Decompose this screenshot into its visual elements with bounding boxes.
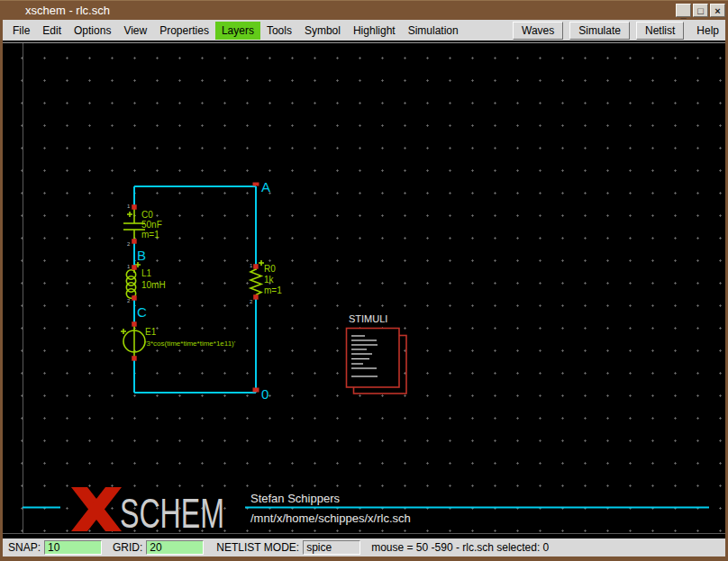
snap-label: SNAP:	[8, 541, 41, 554]
capacitor-pin1: 1	[127, 204, 131, 209]
waves-button[interactable]: Waves	[513, 22, 563, 40]
logo-text: SCHEM	[120, 490, 224, 537]
mouse-status: mouse = 50 -590 - rlc.sch selected: 0	[371, 541, 549, 554]
menu-file[interactable]: File	[6, 22, 36, 40]
resistor-value[interactable]: 1k	[264, 275, 275, 285]
capacitor-pin2: 2	[127, 241, 131, 247]
canvas-frame-lines	[3, 43, 725, 534]
menu-edit[interactable]: Edit	[36, 22, 68, 40]
capacitor-value[interactable]: 50nF	[141, 220, 162, 230]
resistor-mult[interactable]: m=1	[264, 285, 282, 295]
inductor-ref[interactable]: L1	[141, 268, 152, 278]
menu-help[interactable]: Help	[690, 22, 725, 40]
menu-view[interactable]: View	[117, 22, 153, 40]
inductor-pin1: 1	[127, 264, 131, 269]
node-label-a[interactable]: A	[261, 179, 270, 195]
resistor-ref[interactable]: R0	[264, 264, 276, 274]
stimuli-box	[347, 329, 400, 388]
source-symbol[interactable]	[121, 326, 145, 357]
menu-highlight[interactable]: Highlight	[347, 22, 402, 40]
inductor-value[interactable]: 10mH	[141, 280, 166, 290]
source-ref[interactable]: E1	[145, 327, 157, 337]
xschem-logo: SCHEM	[71, 487, 224, 537]
menu-symbol[interactable]: Symbol	[298, 22, 347, 40]
menu-simulation[interactable]: Simulation	[402, 22, 465, 40]
node-label-b[interactable]: B	[137, 248, 146, 263]
netlist-mode-label: NETLIST MODE:	[216, 541, 299, 554]
stimuli-symbol[interactable]: STIMULI	[347, 313, 407, 394]
schematic-canvas[interactable]: C0 50nF m=1 1 2 L1 10mH 1 2	[3, 41, 725, 538]
minimize-icon: _	[680, 9, 686, 18]
menu-tools[interactable]: Tools	[260, 22, 298, 40]
maximize-button[interactable]: □	[693, 4, 708, 17]
window-title: xschem - rlc.sch	[25, 4, 110, 17]
menu-properties[interactable]: Properties	[153, 22, 215, 40]
capacitor-mult[interactable]: m=1	[141, 230, 159, 240]
close-icon: ×	[714, 6, 720, 15]
title-bar[interactable]: xschem - rlc.sch _ □ ×	[0, 0, 728, 20]
inductor-pin2: 2	[127, 298, 131, 303]
stimuli-label: STIMULI	[349, 313, 387, 324]
menu-options[interactable]: Options	[68, 22, 117, 40]
status-bar: SNAP: GRID: NETLIST MODE: mouse = 50 -59…	[3, 538, 725, 556]
netlist-button[interactable]: Netlist	[636, 22, 684, 40]
node-label-c[interactable]: C	[137, 304, 147, 320]
snap-input[interactable]	[44, 540, 102, 555]
resistor-pin1: 1	[250, 263, 253, 268]
source-value[interactable]: '3*cos(time*time*time*1e11)'	[145, 339, 236, 348]
file-path: /mnt/x/home/schippes/x/rlc.sch	[250, 511, 411, 525]
capacitor-ref[interactable]: C0	[141, 210, 153, 220]
window-controls: _ □ ×	[676, 4, 725, 17]
close-button[interactable]: ×	[710, 4, 725, 17]
node-label-gnd[interactable]: 0	[261, 386, 268, 402]
simulate-button[interactable]: Simulate	[569, 22, 630, 40]
grid-label: GRID:	[113, 541, 142, 554]
maximize-icon: □	[697, 6, 704, 15]
resistor-pin2: 2	[250, 299, 253, 304]
xschem-window: xschem - rlc.sch _ □ × File Edit Options…	[0, 0, 728, 561]
menu-bar: File Edit Options View Properties Layers…	[3, 20, 725, 41]
netlist-mode-input[interactable]	[303, 540, 360, 555]
schematic-drawing: C0 50nF m=1 1 2 L1 10mH 1 2	[3, 41, 725, 538]
menu-layers[interactable]: Layers	[215, 22, 260, 40]
minimize-button[interactable]: _	[676, 4, 691, 17]
grid-input[interactable]	[146, 540, 204, 555]
author-name: Stefan Schippers	[250, 492, 341, 505]
